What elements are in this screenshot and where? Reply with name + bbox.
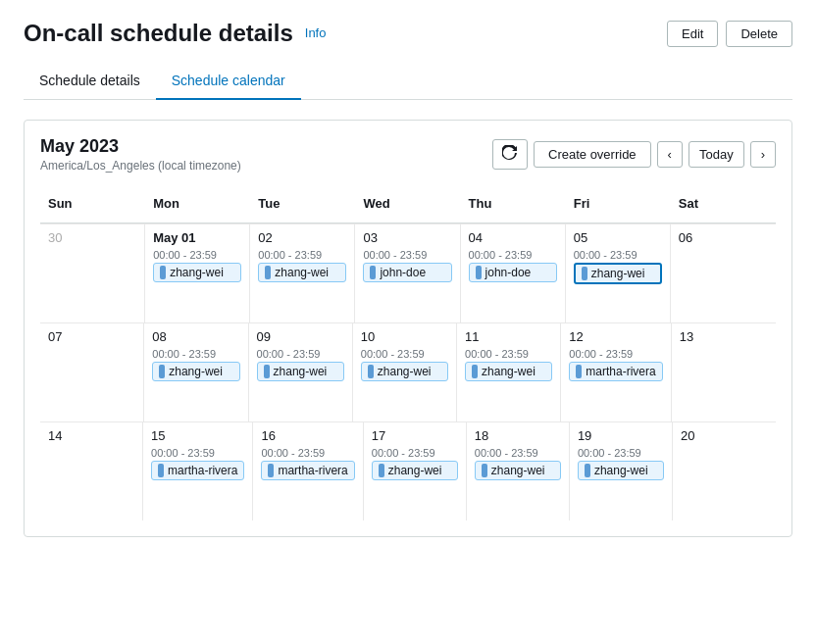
day-cell-w1-d5[interactable]: 1200:00 - 23:59martha-rivera: [561, 323, 671, 421]
day-header-sat: Sat: [671, 192, 776, 215]
event-wrapper: 00:00 - 23:59zhang-wei: [152, 348, 239, 381]
event-pill[interactable]: zhang-wei: [465, 362, 552, 381]
event-time: 00:00 - 23:59: [363, 249, 451, 261]
event-dot: [160, 266, 166, 279]
day-cell-w0-d6[interactable]: 06: [671, 224, 776, 322]
event-wrapper: 00:00 - 23:59zhang-wei: [574, 249, 662, 284]
day-header-tue: Tue: [250, 192, 355, 215]
day-cell-w0-d2[interactable]: 0200:00 - 23:59zhang-wei: [250, 224, 355, 322]
event-pill[interactable]: zhang-wei: [574, 263, 662, 284]
event-wrapper: 00:00 - 23:59martha-rivera: [261, 447, 354, 480]
delete-button[interactable]: Delete: [726, 21, 792, 47]
day-number: 15: [151, 428, 244, 443]
event-pill[interactable]: martha-rivera: [569, 362, 662, 381]
event-name: zhang-wei: [388, 464, 442, 477]
event-wrapper: 00:00 - 23:59zhang-wei: [258, 249, 346, 282]
day-number: 17: [372, 428, 458, 443]
event-wrapper: 00:00 - 23:59zhang-wei: [257, 348, 344, 381]
refresh-button[interactable]: [492, 139, 528, 170]
day-cell-w2-d6[interactable]: 20: [673, 422, 776, 520]
event-pill[interactable]: zhang-wei: [257, 362, 344, 381]
event-pill[interactable]: john-doe: [469, 263, 557, 282]
event-time: 00:00 - 23:59: [361, 348, 448, 360]
day-headers: Sun Mon Tue Wed Thu Fri Sat: [40, 192, 776, 223]
event-name: zhang-wei: [491, 464, 545, 477]
event-time: 00:00 - 23:59: [258, 249, 346, 261]
page: On-call schedule details Info Edit Delet…: [0, 0, 816, 644]
day-cell-w0-d0[interactable]: 30: [40, 224, 145, 322]
header-buttons: Edit Delete: [667, 21, 792, 47]
event-name: martha-rivera: [278, 464, 347, 477]
event-time: 00:00 - 23:59: [574, 249, 662, 261]
event-wrapper: 00:00 - 23:59zhang-wei: [372, 447, 458, 480]
calendar-weeks: 30May 0100:00 - 23:59zhang-wei0200:00 - …: [40, 223, 776, 520]
event-name: zhang-wei: [594, 464, 648, 477]
event-wrapper: 00:00 - 23:59martha-rivera: [151, 447, 244, 480]
day-cell-w2-d4[interactable]: 1800:00 - 23:59zhang-wei: [467, 422, 570, 520]
week-row-2: 141500:00 - 23:59martha-rivera1600:00 - …: [40, 421, 776, 520]
day-cell-w2-d1[interactable]: 1500:00 - 23:59martha-rivera: [143, 422, 253, 520]
event-pill[interactable]: zhang-wei: [578, 461, 664, 480]
calendar-header: May 2023 America/Los_Angeles (local time…: [40, 136, 776, 173]
event-dot: [582, 267, 587, 280]
event-pill[interactable]: martha-rivera: [151, 461, 244, 480]
event-dot: [472, 365, 478, 378]
day-cell-w0-d1[interactable]: May 0100:00 - 23:59zhang-wei: [145, 224, 250, 322]
next-month-button[interactable]: ›: [750, 141, 776, 168]
day-cell-w0-d4[interactable]: 0400:00 - 23:59john-doe: [461, 224, 566, 322]
event-time: 00:00 - 23:59: [257, 348, 344, 360]
event-time: 00:00 - 23:59: [569, 348, 662, 360]
event-pill[interactable]: zhang-wei: [475, 461, 561, 480]
event-time: 00:00 - 23:59: [469, 249, 557, 261]
event-pill[interactable]: martha-rivera: [261, 461, 354, 480]
day-header-mon: Mon: [145, 192, 250, 215]
event-time: 00:00 - 23:59: [475, 447, 561, 459]
day-header-thu: Thu: [461, 192, 566, 215]
day-cell-w0-d3[interactable]: 0300:00 - 23:59john-doe: [355, 224, 460, 322]
event-name: zhang-wei: [378, 365, 432, 378]
calendar-header-left: May 2023 America/Los_Angeles (local time…: [40, 136, 241, 173]
event-wrapper: 00:00 - 23:59zhang-wei: [578, 447, 664, 480]
day-cell-w1-d6[interactable]: 13: [672, 323, 776, 421]
event-name: zhang-wei: [170, 266, 224, 279]
timezone-label: America/Los_Angeles (local timezone): [40, 159, 241, 173]
event-time: 00:00 - 23:59: [578, 447, 664, 459]
day-cell-w2-d2[interactable]: 1600:00 - 23:59martha-rivera: [253, 422, 363, 520]
day-cell-w2-d5[interactable]: 1900:00 - 23:59zhang-wei: [570, 422, 673, 520]
tab-schedule-details[interactable]: Schedule details: [24, 63, 156, 100]
day-cell-w1-d0[interactable]: 07: [40, 323, 144, 421]
day-number: 14: [48, 428, 134, 443]
event-name: zhang-wei: [274, 365, 328, 378]
edit-button[interactable]: Edit: [667, 21, 718, 47]
day-number: 10: [361, 329, 448, 344]
prev-month-button[interactable]: ‹: [657, 141, 683, 168]
event-name: zhang-wei: [275, 266, 329, 279]
day-cell-w0-d5[interactable]: 0500:00 - 23:59zhang-wei: [566, 224, 671, 322]
event-pill[interactable]: zhang-wei: [152, 362, 239, 381]
tab-schedule-calendar[interactable]: Schedule calendar: [156, 63, 301, 100]
create-override-button[interactable]: Create override: [534, 141, 651, 168]
day-number: 06: [679, 230, 768, 245]
info-link[interactable]: Info: [305, 25, 327, 41]
refresh-icon: [502, 145, 518, 161]
day-header-sun: Sun: [40, 192, 145, 215]
day-cell-w1-d1[interactable]: 0800:00 - 23:59zhang-wei: [144, 323, 248, 421]
event-pill[interactable]: zhang-wei: [372, 461, 458, 480]
day-cell-w2-d3[interactable]: 1700:00 - 23:59zhang-wei: [364, 422, 467, 520]
event-dot: [576, 365, 582, 378]
day-number: 09: [257, 329, 344, 344]
day-cell-w2-d0[interactable]: 14: [40, 422, 143, 520]
day-cell-w1-d2[interactable]: 0900:00 - 23:59zhang-wei: [249, 323, 353, 421]
event-pill[interactable]: zhang-wei: [153, 263, 241, 282]
header: On-call schedule details Info Edit Delet…: [24, 20, 792, 47]
event-name: martha-rivera: [168, 464, 237, 477]
day-cell-w1-d4[interactable]: 1100:00 - 23:59zhang-wei: [457, 323, 561, 421]
event-time: 00:00 - 23:59: [261, 447, 354, 459]
event-pill[interactable]: zhang-wei: [361, 362, 448, 381]
day-number: 19: [578, 428, 664, 443]
event-pill[interactable]: zhang-wei: [258, 263, 346, 282]
event-pill[interactable]: john-doe: [363, 263, 451, 282]
today-button[interactable]: Today: [688, 141, 744, 168]
day-cell-w1-d3[interactable]: 1000:00 - 23:59zhang-wei: [353, 323, 457, 421]
day-number: 12: [569, 329, 662, 344]
